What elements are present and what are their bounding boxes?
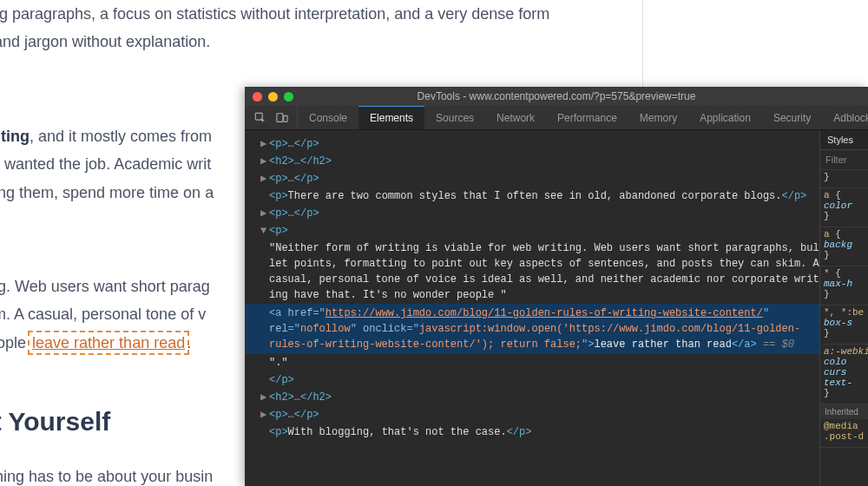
style-rule[interactable]: *, *:bebox-s} <box>820 305 868 345</box>
device-toolbar-icon[interactable] <box>275 111 288 124</box>
style-rule[interactable]: a {color} <box>820 188 868 227</box>
devtools-window: DevTools - www.contentpowered.com/?p=575… <box>245 87 868 486</box>
styles-panel[interactable]: Styles Filter } a {color} a {backg} * {m… <box>819 130 868 486</box>
styles-tab[interactable]: Styles <box>820 130 868 150</box>
tab-application[interactable]: Application <box>688 106 762 129</box>
svg-rect-1 <box>276 113 282 122</box>
tab-performance[interactable]: Performance <box>546 106 628 129</box>
style-rule[interactable]: * {max-h} <box>820 266 868 305</box>
window-titlebar[interactable]: DevTools - www.contentpowered.com/?p=575… <box>245 87 868 106</box>
tab-console[interactable]: Console <box>298 106 358 129</box>
style-rule[interactable]: } <box>820 170 868 188</box>
selected-dom-node[interactable]: <a href="https://www.jimdo.com/blog/11-g… <box>245 304 819 354</box>
devtools-tabs: Console Elements Sources Network Perform… <box>245 106 868 130</box>
tab-adblock[interactable]: Adblock <box>822 106 868 129</box>
inspect-element-icon[interactable] <box>253 111 266 124</box>
style-rule[interactable]: a {backg} <box>820 227 868 266</box>
tab-security[interactable]: Security <box>762 106 822 129</box>
zoom-icon[interactable] <box>284 92 293 102</box>
tab-elements[interactable]: Elements <box>358 106 424 129</box>
styles-filter-input[interactable]: Filter <box>820 150 868 170</box>
dom-tree-panel[interactable]: ▶<p>…</p> ▶<h2>…</h2> ▶<p>…</p> <p>There… <box>245 130 819 486</box>
style-rule[interactable]: a:-webkicolocurstext-} <box>820 345 868 404</box>
inspected-link[interactable]: leave rather than read <box>30 333 187 352</box>
tab-network[interactable]: Network <box>485 106 546 129</box>
window-title: DevTools - www.contentpowered.com/?p=575… <box>245 90 868 102</box>
inherited-from-label: Inherited <box>820 404 868 419</box>
svg-rect-2 <box>283 115 286 122</box>
sidebar-blank <box>642 0 868 87</box>
minimize-icon[interactable] <box>268 92 278 102</box>
traffic-lights <box>245 92 293 102</box>
close-icon[interactable] <box>253 92 262 102</box>
paragraph: ry long paragraphs, a focus on statistic… <box>0 0 595 56</box>
style-rule[interactable]: @media .post-d <box>820 419 868 448</box>
tab-memory[interactable]: Memory <box>628 106 688 129</box>
tab-sources[interactable]: Sources <box>424 106 485 129</box>
